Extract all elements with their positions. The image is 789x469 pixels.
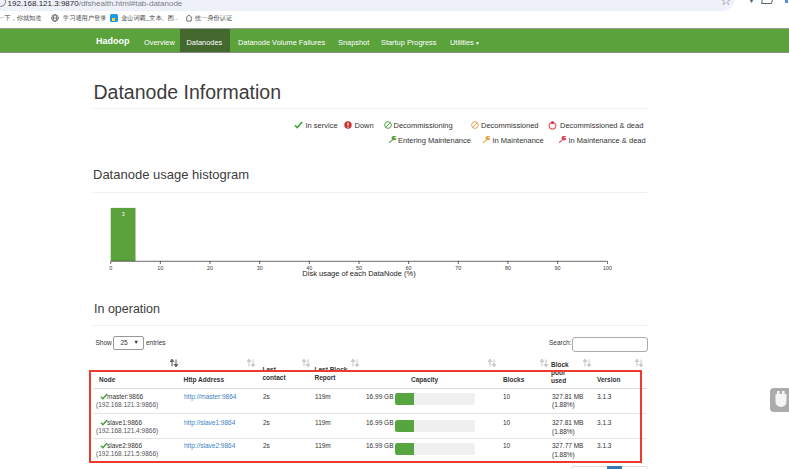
svg-text:10: 10 (157, 265, 163, 271)
svg-text:100: 100 (603, 265, 612, 271)
svg-text:30: 30 (257, 265, 263, 271)
svg-text:Disk usage of each DataNode (%: Disk usage of each DataNode (%) (302, 269, 416, 278)
svg-text:90: 90 (555, 265, 561, 271)
svg-text:80: 80 (505, 265, 511, 271)
svg-text:70: 70 (455, 265, 461, 271)
svg-text:20: 20 (207, 265, 213, 271)
svg-text:3: 3 (122, 211, 125, 217)
svg-text:0: 0 (109, 265, 112, 271)
